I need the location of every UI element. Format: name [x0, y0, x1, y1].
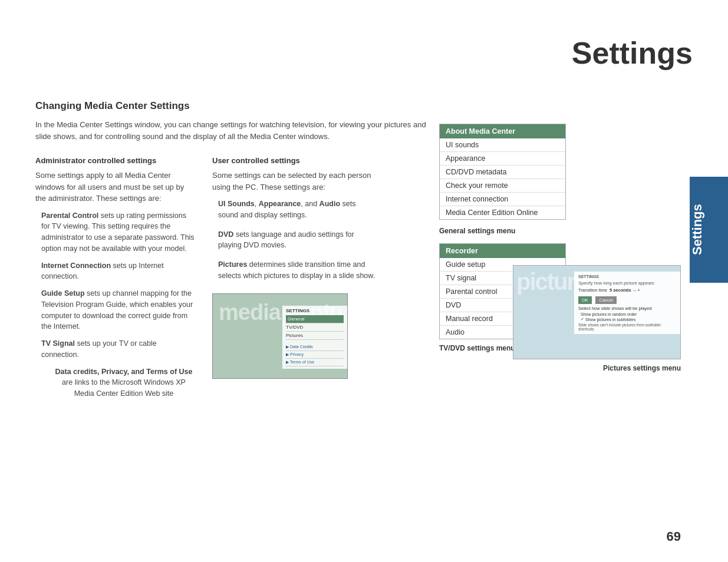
setting-name-ui-sounds: UI Sounds [218, 200, 255, 208]
menu-item-internet-conn: Internet connection [440, 193, 565, 206]
user-heading: User controlled settings [212, 156, 377, 165]
admin-intro: Some settings apply to all Media Center … [35, 170, 195, 204]
setting-tv-signal: TV Signal sets up your TV or cable conne… [35, 338, 195, 361]
ok-cancel-row: OK Cancel [578, 295, 676, 304]
setting-name-parental: Parental Control [41, 211, 98, 220]
user-setting-dvd: DVD sets language and audio settings for… [212, 229, 377, 252]
slide-note: Slide shows can't include pictures from … [578, 323, 676, 331]
pictures-settings-panel: SETTINGS Specify how long each picture a… [574, 272, 680, 334]
user-setting-ui-sounds: UI Sounds, Appearance, and Audio sets so… [212, 199, 377, 221]
ok-button[interactable]: OK [578, 296, 592, 304]
page-number: 69 [667, 529, 681, 544]
menu-item-appearance: Appearance [440, 152, 565, 166]
general-screenshot: media centu SETTINGS General TV/DVD Pict… [212, 293, 348, 379]
admin-settings-col: Administrator controlled settings Some s… [35, 156, 195, 405]
pictures-screenshot: pictures SETTINGS Specify how long each … [513, 265, 681, 359]
menu-item-ui-sounds: UI sounds [440, 138, 565, 152]
menu-item-mce-online: Media Center Edition Online [440, 206, 565, 219]
menu-item-cddvd: CD/DVD metadata [440, 166, 565, 179]
sub-items: ▶ Data Credits ▶ Privacy ▶ Terms of Use [286, 343, 344, 366]
sidebar-tab-text: Settings [690, 177, 705, 283]
main-content: Changing Media Center Settings In the Me… [35, 100, 436, 405]
setting-guide-setup: Guide Setup sets up channel mapping for … [35, 288, 195, 332]
setting-internet-connection: Internet Connection sets up Internet con… [35, 260, 195, 283]
setting-name-dvd: DVD [218, 230, 233, 239]
random-order-option: Show pictures in random order [578, 312, 676, 316]
settings-panel: SETTINGS General TV/DVD Pictures ▶ Data … [282, 306, 347, 369]
transition-controls[interactable]: – + [634, 287, 640, 293]
setting-data-credits: Data credits, Privacy, and Terms of Usea… [35, 366, 195, 399]
admin-heading: Administrator controlled settings [35, 156, 195, 165]
settings-panel-tvdvd: TV/DVD [286, 323, 344, 332]
user-setting-pictures: Pictures determines slide transition tim… [212, 259, 377, 282]
setting-name-pictures: Pictures [218, 260, 247, 269]
general-menu-caption: General settings menu [439, 227, 566, 235]
setting-name-appearance: Appearance [259, 200, 301, 208]
pictures-caption: Pictures settings menu [603, 364, 681, 372]
settings-sidebar-tab: Settings [690, 177, 728, 283]
settings-panel-general: General [286, 315, 344, 323]
setting-name-data-credits: Data credits, Privacy, and Terms of Use [55, 368, 193, 376]
user-settings-col: User controlled settings Some settings c… [212, 156, 377, 405]
page-title: Settings [572, 35, 693, 71]
pictures-specify-text: Specify how long each picture appears [578, 280, 676, 286]
subfolders-option: ✓ Show pictures in subfolders [578, 317, 676, 322]
sub-item-terms: ▶ Terms of Use [286, 359, 344, 366]
transition-label: Transition time [578, 287, 607, 293]
general-menu-box: About Media Center UI sounds Appearance … [439, 124, 566, 220]
user-intro: Some settings can be selected by each pe… [212, 170, 377, 193]
setting-name-tv-signal: TV Signal [41, 339, 75, 348]
settings-panel-title: SETTINGS [286, 308, 344, 313]
slide-show-label: Select how slide shows will be played [578, 306, 676, 311]
setting-name-guide: Guide Setup [41, 289, 85, 297]
two-column-layout: Administrator controlled settings Some s… [35, 156, 436, 405]
section-heading: Changing Media Center Settings [35, 100, 436, 112]
setting-parental-control: Parental Control sets up rating permissi… [35, 210, 195, 254]
general-menu-title: About Media Center [440, 124, 565, 138]
pictures-transition-row: Transition time 5 seconds – + [578, 287, 676, 293]
pictures-panel-title: SETTINGS [578, 275, 676, 279]
tvdvd-menu-title: Recorder [440, 244, 565, 258]
setting-name-audio: Audio [319, 200, 340, 208]
transition-value: 5 seconds [610, 287, 631, 293]
settings-panel-pictures: Pictures [286, 332, 344, 340]
setting-name-internet: Internet Connection [41, 262, 111, 270]
sub-item-data-credits: ▶ Data Credits [286, 343, 344, 351]
sub-item-privacy: ▶ Privacy [286, 351, 344, 359]
cancel-button[interactable]: Cancel [595, 296, 616, 304]
intro-text: In the Media Center Settings window, you… [35, 119, 436, 142]
menu-item-check-remote: Check your remote [440, 179, 565, 193]
